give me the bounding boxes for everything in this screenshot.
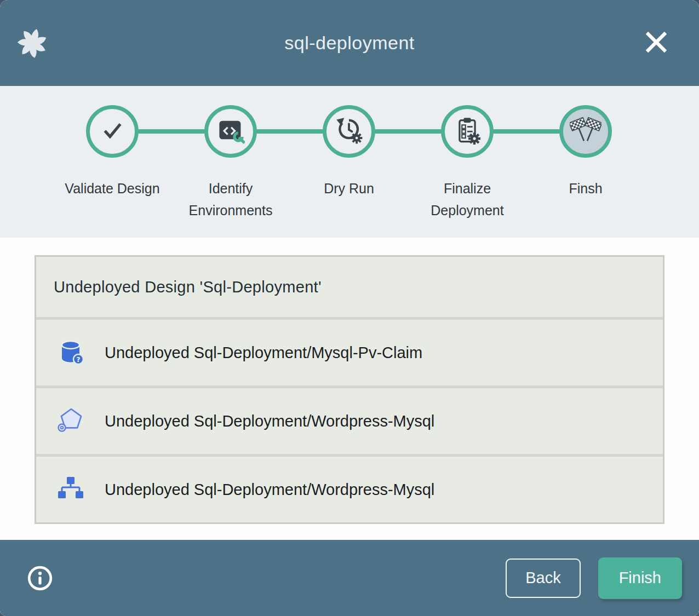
- wizard-stepper: Validate Design: [0, 86, 699, 238]
- status-row-text: Undeployed Sql-Deployment/Wordpress-Mysq…: [105, 481, 434, 499]
- sync-gear-icon: [335, 116, 363, 147]
- content-area: Undeployed Design 'Sql-Deployment' ? Und…: [0, 238, 699, 540]
- step-label: Finsh: [569, 177, 602, 199]
- deployment-wizard-modal: sql-deployment: [0, 0, 699, 616]
- status-row: Undeployed Sql-Deployment/Wordpress-Mysq…: [36, 454, 663, 522]
- close-icon: [643, 49, 670, 57]
- finish-button[interactable]: Finish: [598, 557, 682, 599]
- status-panel: Undeployed Design 'Sql-Deployment' ? Und…: [35, 255, 664, 524]
- step-dry-run: Dry Run: [290, 105, 408, 221]
- step-finalize-deployment: Finalize Deployment: [408, 105, 526, 221]
- step-circle: [441, 105, 494, 158]
- step-validate-design: Validate Design: [53, 105, 171, 221]
- step-circle: [204, 105, 257, 158]
- svg-text:?: ?: [77, 356, 81, 364]
- pod-icon: [56, 407, 85, 435]
- step-circle: [323, 105, 375, 158]
- step-identify-environments: Identify Environments: [171, 105, 290, 221]
- status-panel-header: Undeployed Design 'Sql-Deployment': [36, 257, 663, 317]
- footer-bar: Back Finish: [0, 540, 699, 616]
- step-circle: [86, 105, 139, 158]
- status-row-text: Undeployed Sql-Deployment/Mysql-Pv-Claim: [105, 344, 422, 362]
- database-icon: ?: [56, 338, 85, 367]
- status-row-text: Undeployed Sql-Deployment/Wordpress-Mysq…: [105, 412, 434, 430]
- topology-icon: [56, 475, 85, 504]
- info-button[interactable]: [26, 565, 54, 592]
- status-row: Undeployed Sql-Deployment/Wordpress-Mysq…: [36, 385, 663, 454]
- step-finish: Finsh: [526, 105, 645, 221]
- step-label: Identify Environments: [181, 177, 280, 221]
- titlebar: sql-deployment: [0, 0, 699, 86]
- info-icon: [26, 585, 54, 594]
- close-button[interactable]: [641, 27, 672, 58]
- window-title: sql-deployment: [0, 32, 699, 54]
- checkered-flags-icon: [570, 114, 601, 148]
- check-icon: [99, 117, 126, 146]
- back-button[interactable]: Back: [506, 559, 580, 598]
- status-header-text: Undeployed Design 'Sql-Deployment': [54, 278, 322, 296]
- step-label: Validate Design: [65, 177, 159, 199]
- step-label: Dry Run: [324, 177, 374, 199]
- status-row: ? Undeployed Sql-Deployment/Mysql-Pv-Cla…: [36, 317, 663, 385]
- step-label: Finalize Deployment: [418, 177, 517, 221]
- clipboard-gear-icon: [453, 116, 482, 147]
- step-circle: [559, 105, 612, 158]
- code-window-wrench-icon: [216, 116, 245, 147]
